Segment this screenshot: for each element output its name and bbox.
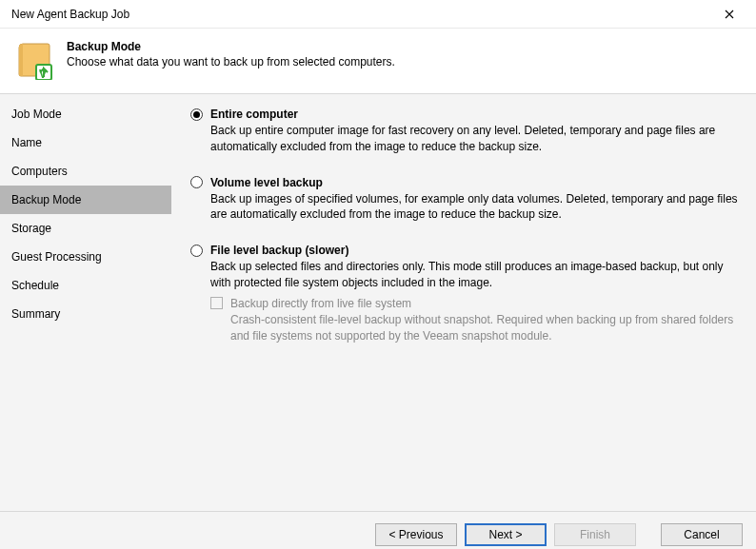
option-title: Entire computer — [210, 108, 298, 121]
option-volume-level: Volume level backup Back up images of sp… — [190, 176, 739, 224]
sidebar-item-label: Computers — [11, 165, 68, 178]
option-desc: Back up images of specified volumes, for… — [210, 191, 739, 224]
window-title: New Agent Backup Job — [11, 8, 710, 21]
checkbox-live-file-system — [210, 297, 223, 309]
footer: < Previous Next > Finish Cancel — [0, 511, 756, 549]
option-desc: Back up entire computer image for fast r… — [210, 123, 739, 155]
sidebar-item-label: Guest Processing — [11, 250, 102, 264]
sidebar-item-label: Summary — [11, 307, 60, 321]
sub-option-desc: Crash-consistent file-level backup witho… — [230, 312, 739, 344]
option-title: Volume level backup — [210, 176, 323, 189]
sidebar-item-computers[interactable]: Computers — [0, 157, 171, 186]
sidebar-item-job-mode[interactable]: Job Mode — [0, 100, 171, 128]
header-text: Backup Mode Choose what data you want to… — [67, 40, 395, 69]
sidebar-item-name[interactable]: Name — [0, 128, 171, 157]
next-button[interactable]: Next > — [465, 523, 547, 546]
body: Job Mode Name Computers Backup Mode Stor… — [0, 94, 756, 511]
option-title: File level backup (slower) — [210, 244, 348, 257]
option-head[interactable]: Entire computer — [190, 108, 739, 121]
previous-button[interactable]: < Previous — [375, 523, 457, 546]
radio-volume-level[interactable] — [190, 176, 203, 188]
sub-option-live-file-system: Backup directly from live file system Cr… — [210, 297, 739, 344]
sidebar-item-schedule[interactable]: Schedule — [0, 271, 171, 300]
sidebar-item-label: Storage — [11, 222, 51, 235]
radio-file-level[interactable] — [190, 245, 203, 257]
radio-entire-computer[interactable] — [190, 108, 203, 121]
option-desc: Back up selected files and directories o… — [210, 259, 739, 291]
sub-option-head: Backup directly from live file system — [210, 297, 739, 310]
sidebar-item-storage[interactable]: Storage — [0, 214, 171, 243]
header: V Backup Mode Choose what data you want … — [0, 29, 756, 94]
sidebar-item-label: Backup Mode — [11, 193, 81, 206]
sidebar-item-summary[interactable]: Summary — [0, 300, 171, 328]
option-entire-computer: Entire computer Back up entire computer … — [190, 108, 739, 155]
finish-button: Finish — [554, 523, 636, 546]
close-button[interactable] — [710, 1, 748, 28]
sidebar: Job Mode Name Computers Backup Mode Stor… — [0, 94, 171, 511]
option-file-level: File level backup (slower) Back up selec… — [190, 244, 739, 343]
sidebar-item-label: Name — [11, 136, 42, 149]
page-title: Backup Mode — [67, 40, 395, 53]
close-icon — [725, 10, 734, 19]
option-head[interactable]: File level backup (slower) — [190, 244, 739, 257]
titlebar: New Agent Backup Job — [0, 0, 756, 29]
cancel-button[interactable]: Cancel — [661, 523, 743, 546]
sidebar-item-label: Job Mode — [11, 108, 62, 121]
sidebar-item-guest-processing[interactable]: Guest Processing — [0, 243, 171, 271]
option-head[interactable]: Volume level backup — [190, 176, 739, 189]
sub-option-label: Backup directly from live file system — [230, 297, 411, 310]
sidebar-item-label: Schedule — [11, 279, 59, 292]
content: Entire computer Back up entire computer … — [171, 94, 756, 511]
backup-mode-icon: V — [15, 40, 55, 80]
svg-text:V: V — [39, 68, 47, 80]
page-subtitle: Choose what data you want to back up fro… — [67, 55, 395, 69]
sidebar-item-backup-mode[interactable]: Backup Mode — [0, 186, 171, 214]
